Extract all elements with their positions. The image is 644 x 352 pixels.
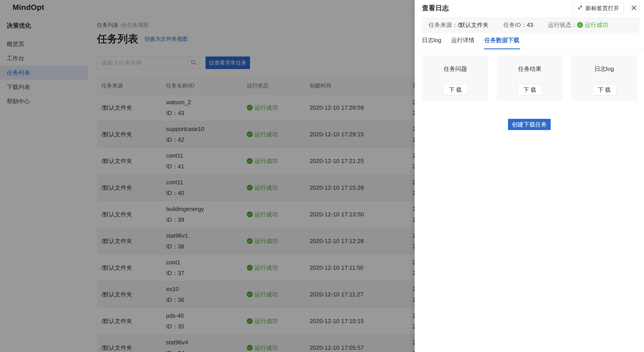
expand-diagonal-icon (577, 5, 586, 11)
drawer-tab[interactable]: 任务数据下载 (484, 36, 520, 49)
download-card: 日志log 下 载 (571, 56, 637, 101)
info-source-label: 任务来源： (428, 21, 458, 29)
view-log-drawer: 查看日志 新标签页打开 (415, 0, 644, 352)
download-button[interactable]: 下 载 (592, 84, 616, 95)
info-id-label: 任务ID： (503, 21, 527, 29)
info-id-value: 43 (527, 21, 533, 28)
info-source-value: /默认文件夹 (458, 21, 488, 29)
close-drawer-button[interactable] (630, 4, 637, 12)
success-check-icon: ✓ (577, 22, 583, 28)
task-info-bar: 任务来源： /默认文件夹 任务ID： 43 运行状态： ✓ 运行成功 (422, 17, 640, 33)
download-button[interactable]: 下 载 (518, 84, 542, 95)
drawer-tabs: 日志log 运行详情 任务数据下载 (415, 36, 644, 49)
download-card-title: 任务问题 (422, 65, 488, 73)
drawer-tab[interactable]: 运行详情 (451, 36, 474, 49)
download-button[interactable]: 下 载 (443, 84, 468, 95)
download-card-title: 任务结果 (497, 65, 563, 73)
download-card-title: 日志log (571, 65, 637, 73)
create-download-task-button[interactable]: 创建下载任务 (508, 119, 551, 130)
download-cards: 任务问题 下 载 任务结果 下 载 日志log 下 载 (422, 56, 637, 101)
info-status-label: 运行状态： (548, 21, 577, 29)
open-new-tab-button[interactable]: 新标签页打开 (573, 2, 624, 14)
info-status-value: 运行成功 (585, 21, 608, 29)
close-icon (630, 4, 637, 12)
drawer-title: 查看日志 (422, 3, 449, 13)
download-card: 任务问题 下 载 (422, 56, 488, 101)
drawer-tab[interactable]: 日志log (422, 36, 442, 49)
open-new-tab-label: 新标签页打开 (586, 4, 619, 12)
download-card: 任务结果 下 载 (497, 56, 563, 101)
